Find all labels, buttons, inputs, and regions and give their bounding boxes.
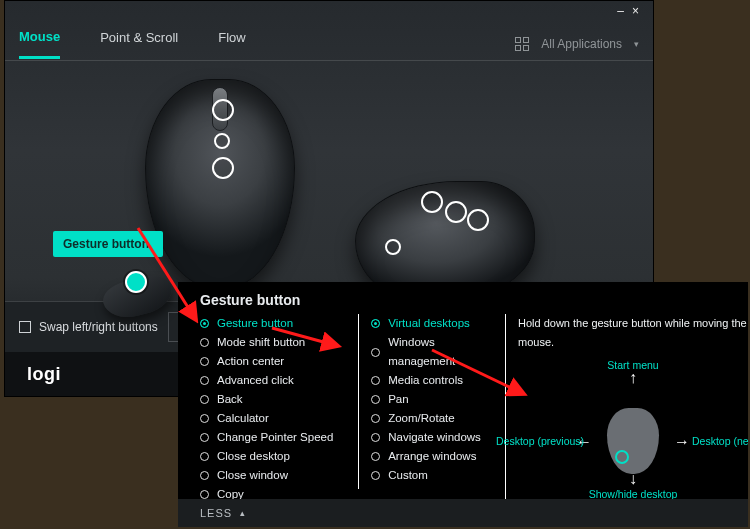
radio-icon: [371, 395, 380, 404]
radio-icon: [200, 395, 209, 404]
radio-icon: [371, 376, 380, 385]
mode-option-label: Pan: [388, 390, 408, 409]
mode-option-label: Navigate windows: [388, 428, 481, 447]
mode-option-3[interactable]: Pan: [371, 390, 493, 409]
gesture-hint: Hold down the gesture button while movin…: [518, 314, 748, 352]
mode-option-0[interactable]: Virtual desktops: [371, 314, 493, 333]
radio-icon: [371, 471, 380, 480]
gesture-callout: Gesture button: [53, 231, 163, 257]
mode-option-label: Arrange windows: [388, 447, 476, 466]
chevron-down-icon: ▾: [634, 39, 639, 49]
mode-option-5[interactable]: Navigate windows: [371, 428, 493, 447]
mouse-top-view: [145, 79, 295, 289]
action-option-label: Gesture button: [217, 314, 293, 333]
radio-icon: [371, 414, 380, 423]
hotspot-side-4[interactable]: [385, 239, 401, 255]
gesture-panel-body: Gesture buttonMode shift buttonAction ce…: [178, 314, 748, 499]
tab-mouse[interactable]: Mouse: [19, 29, 60, 59]
direction-preview: Hold down the gesture button while movin…: [505, 314, 748, 499]
dir-left-label[interactable]: Desktop (previous): [496, 432, 572, 451]
action-option-4[interactable]: Back: [200, 390, 346, 409]
radio-icon: [200, 319, 209, 328]
radio-icon: [200, 376, 209, 385]
dir-down-label[interactable]: Show/hide desktop: [589, 485, 678, 499]
mode-option-label: Zoom/Rotate: [388, 409, 454, 428]
hotspot-side-2[interactable]: [445, 201, 467, 223]
radio-icon: [200, 338, 209, 347]
radio-icon: [200, 357, 209, 366]
action-option-label: Change Pointer Speed: [217, 428, 333, 447]
swap-buttons-label: Swap left/right buttons: [39, 320, 158, 334]
action-option-label: Advanced click: [217, 371, 294, 390]
action-option-0[interactable]: Gesture button: [200, 314, 346, 333]
mode-option-4[interactable]: Zoom/Rotate: [371, 409, 493, 428]
radio-icon: [371, 348, 380, 357]
swap-buttons-checkbox[interactable]: Swap left/right buttons: [19, 320, 158, 334]
app-grid-icon[interactable]: [515, 37, 529, 51]
action-option-label: Close window: [217, 466, 288, 485]
radio-icon: [371, 452, 380, 461]
close-button[interactable]: ×: [632, 4, 639, 18]
action-option-label: Action center: [217, 352, 284, 371]
radio-icon: [200, 414, 209, 423]
chevron-up-icon: ▴: [240, 508, 246, 518]
action-option-8[interactable]: Close window: [200, 466, 346, 485]
hotspot-side-1[interactable]: [421, 191, 443, 213]
mouse-stage: Gesture button: [5, 61, 653, 301]
hotspot-side-3[interactable]: [467, 209, 489, 231]
gesture-panel: Gesture button Gesture buttonMode shift …: [178, 282, 748, 527]
mode-option-label: Media controls: [388, 371, 463, 390]
mouse-mini-icon: [607, 408, 659, 474]
direction-grid: ↑ ↓ ← → Start menu Show/hide desktop Des…: [518, 366, 748, 499]
mode-option-label: Custom: [388, 466, 428, 485]
action-option-label: Mode shift button: [217, 333, 305, 352]
gesture-panel-title: Gesture button: [178, 282, 748, 314]
titlebar: – ×: [5, 1, 653, 21]
action-option-1[interactable]: Mode shift button: [200, 333, 346, 352]
mode-option-6[interactable]: Arrange windows: [371, 447, 493, 466]
action-option-3[interactable]: Advanced click: [200, 371, 346, 390]
minimize-button[interactable]: –: [617, 4, 624, 18]
mode-option-2[interactable]: Media controls: [371, 371, 493, 390]
action-option-7[interactable]: Close desktop: [200, 447, 346, 466]
radio-icon: [371, 319, 380, 328]
hotspot-top-button[interactable]: [214, 133, 230, 149]
mode-option-label: Windows management: [388, 333, 493, 371]
action-option-label: Calculator: [217, 409, 269, 428]
hotspot-dpi-button[interactable]: [212, 157, 234, 179]
checkbox-icon: [19, 321, 31, 333]
arrow-right-icon: →: [674, 432, 690, 451]
action-option-label: Close desktop: [217, 447, 290, 466]
action-option-label: Back: [217, 390, 243, 409]
mode-option-1[interactable]: Windows management: [371, 333, 493, 371]
radio-icon: [200, 433, 209, 442]
action-option-9[interactable]: Copy: [200, 485, 346, 499]
action-list: Gesture buttonMode shift buttonAction ce…: [200, 314, 346, 499]
tab-bar: Mouse Point & Scroll Flow All Applicatio…: [5, 21, 653, 61]
action-option-6[interactable]: Change Pointer Speed: [200, 428, 346, 447]
dir-up-label[interactable]: Start menu: [607, 356, 658, 375]
less-label: LESS: [200, 507, 232, 519]
action-option-label: Copy: [217, 485, 244, 499]
dir-right-label[interactable]: Desktop (next): [692, 432, 748, 451]
gesture-mode-list: Virtual desktopsWindows managementMedia …: [358, 314, 493, 489]
mode-option-label: Virtual desktops: [388, 314, 470, 333]
hotspot-gesture-button[interactable]: [125, 271, 147, 293]
hotspot-wheel[interactable]: [212, 99, 234, 121]
radio-icon: [200, 471, 209, 480]
action-option-2[interactable]: Action center: [200, 352, 346, 371]
radio-icon: [200, 490, 209, 499]
tab-point-scroll[interactable]: Point & Scroll: [100, 30, 178, 57]
action-option-5[interactable]: Calculator: [200, 409, 346, 428]
scope-dropdown[interactable]: All Applications: [541, 37, 622, 51]
radio-icon: [200, 452, 209, 461]
less-toggle[interactable]: LESS ▴: [178, 499, 748, 527]
radio-icon: [371, 433, 380, 442]
tab-flow[interactable]: Flow: [218, 30, 245, 57]
mode-option-7[interactable]: Custom: [371, 466, 493, 485]
